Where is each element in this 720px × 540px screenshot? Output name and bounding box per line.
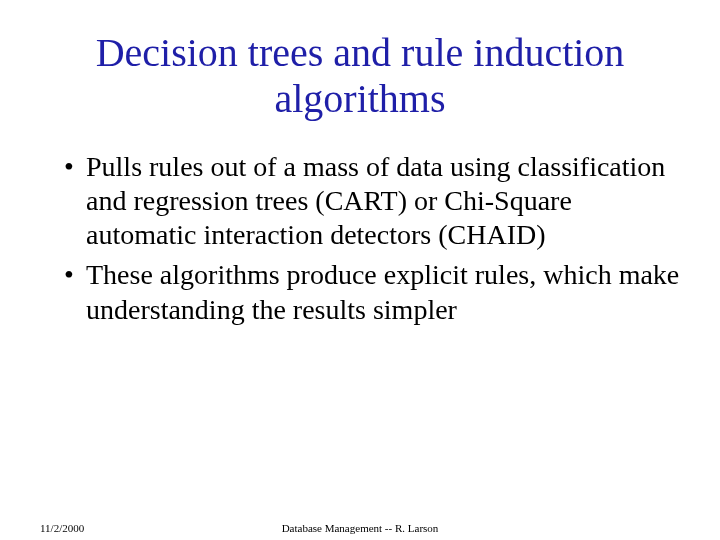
slide-title: Decision trees and rule induction algori…	[40, 30, 680, 122]
footer-center: Database Management -- R. Larson	[0, 522, 720, 534]
bullet-list: Pulls rules out of a mass of data using …	[40, 150, 680, 327]
list-item: These algorithms produce explicit rules,…	[64, 258, 680, 326]
list-item: Pulls rules out of a mass of data using …	[64, 150, 680, 252]
slide: Decision trees and rule induction algori…	[0, 0, 720, 540]
